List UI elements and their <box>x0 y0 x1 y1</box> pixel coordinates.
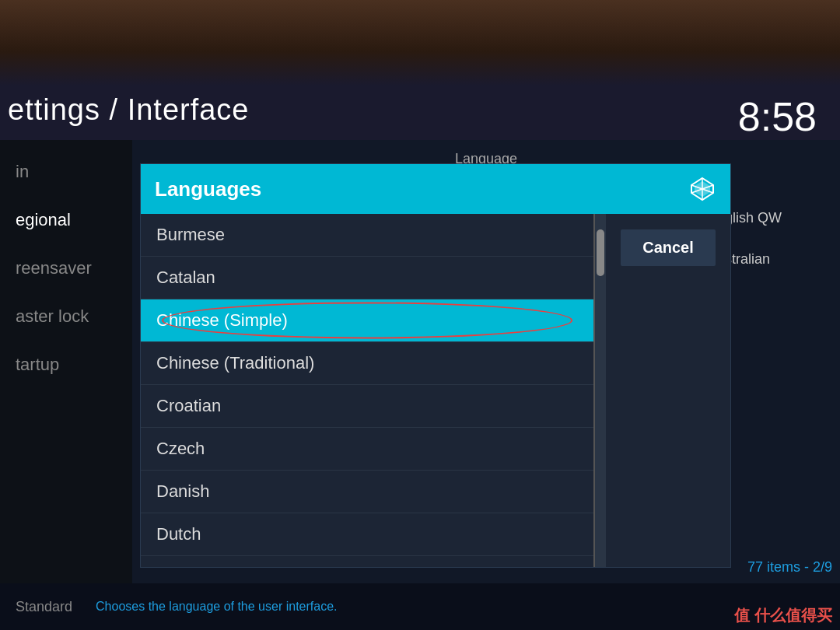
dialog-body: Burmese Catalan Chinese (Simple) Chinese… <box>141 214 730 567</box>
list-item-croatian[interactable]: Croatian <box>141 385 593 428</box>
sidebar-item-screensaver[interactable]: reensaver <box>0 244 132 292</box>
list-item-czech[interactable]: Czech <box>141 428 593 471</box>
list-item-burmese[interactable]: Burmese <box>141 214 593 257</box>
kodi-logo-icon <box>688 175 716 203</box>
watermark: 值 什么值得买 <box>734 605 832 626</box>
scrollbar-thumb[interactable] <box>597 229 604 276</box>
list-item-danish[interactable]: Danish <box>141 471 593 513</box>
sidebar-item-regional[interactable]: egional <box>0 196 132 244</box>
description-text: Chooses the language of the user interfa… <box>96 600 337 614</box>
list-item-chinese-simple[interactable]: Chinese (Simple) <box>141 299 593 342</box>
sidebar-item-startup[interactable]: tartup <box>0 341 132 389</box>
dialog-list-inner: Burmese Catalan Chinese (Simple) Chinese… <box>141 214 593 567</box>
cancel-button[interactable]: Cancel <box>621 229 716 266</box>
list-item-english[interactable]: English <box>141 556 593 567</box>
list-item-catalan[interactable]: Catalan <box>141 257 593 299</box>
languages-dialog: Languages Burmese Catalan Chinese (Simpl… <box>140 163 731 568</box>
list-item-dutch[interactable]: Dutch <box>141 513 593 556</box>
clock: 8:58 <box>738 93 817 140</box>
sidebar-item-skin[interactable]: in <box>0 148 132 196</box>
bottom-bar: Standard Chooses the language of the use… <box>0 583 840 630</box>
sidebar: in egional reensaver aster lock tartup <box>0 140 132 583</box>
scrollbar-track[interactable] <box>595 214 606 567</box>
standard-label: Standard <box>16 599 72 615</box>
sidebar-item-master-lock[interactable]: aster lock <box>0 292 132 341</box>
list-item-chinese-traditional[interactable]: Chinese (Traditional) <box>141 342 593 385</box>
dialog-list[interactable]: Burmese Catalan Chinese (Simple) Chinese… <box>141 214 595 567</box>
dialog-header: Languages <box>141 164 730 214</box>
top-bar <box>0 0 840 86</box>
dialog-actions: Cancel <box>606 214 730 567</box>
dialog-overlay: Languages Burmese Catalan Chinese (Simpl… <box>132 140 840 583</box>
dialog-title: Languages <box>155 177 261 201</box>
page-title: ettings / Interface <box>8 93 250 127</box>
